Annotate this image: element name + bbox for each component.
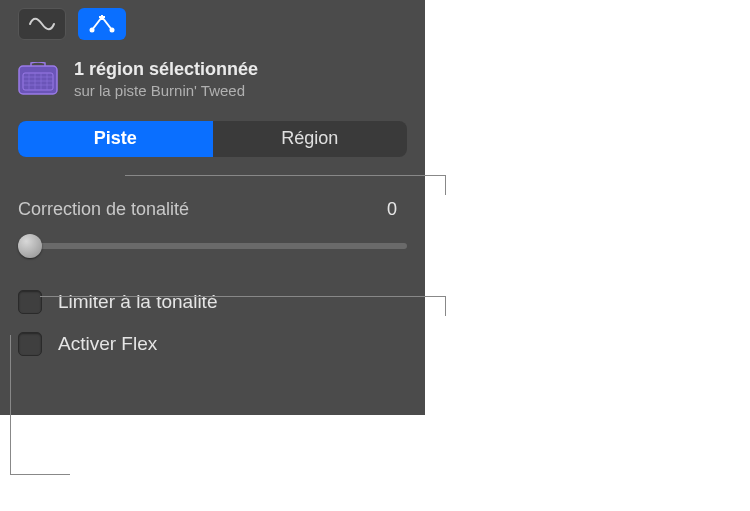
limit-to-key-checkbox[interactable] [18,290,42,314]
header: 1 région sélectionnée sur la piste Burni… [18,58,407,101]
waveform-toggle[interactable] [18,8,66,40]
enable-flex-row: Activer Flex [18,332,407,356]
slider-thumb[interactable] [18,234,42,258]
callout-line [40,296,445,297]
limit-to-key-row: Limiter à la tonalité [18,290,407,314]
amp-track-icon [18,62,58,96]
track-region-segmented: Piste Région [18,121,407,157]
callout-line [445,175,446,195]
toolbar [18,8,407,40]
header-subtitle: sur la piste Burnin' Tweed [74,81,407,101]
slider-track [30,243,407,249]
pitch-editor-toggle[interactable] [78,8,126,40]
callout-line [445,296,446,316]
callout-line [125,175,445,176]
limit-to-key-label: Limiter à la tonalité [58,291,217,313]
pitch-editor-icon [88,14,116,34]
tone-correction-slider[interactable] [18,234,407,258]
waveform-icon [28,15,56,33]
header-title: 1 région sélectionnée [74,58,407,81]
tone-correction-value: 0 [387,199,397,220]
enable-flex-label: Activer Flex [58,333,157,355]
callout-line [10,474,70,475]
header-text: 1 région sélectionnée sur la piste Burni… [74,58,407,101]
editor-panel: 1 région sélectionnée sur la piste Burni… [0,0,425,415]
tone-correction-label: Correction de tonalité [18,199,189,220]
enable-flex-checkbox[interactable] [18,332,42,356]
callout-line [10,335,11,475]
tone-correction-row: Correction de tonalité 0 [18,199,407,220]
tab-track[interactable]: Piste [18,121,213,157]
svg-line-3 [102,17,112,30]
tab-region[interactable]: Région [213,121,408,157]
svg-line-2 [92,17,102,30]
